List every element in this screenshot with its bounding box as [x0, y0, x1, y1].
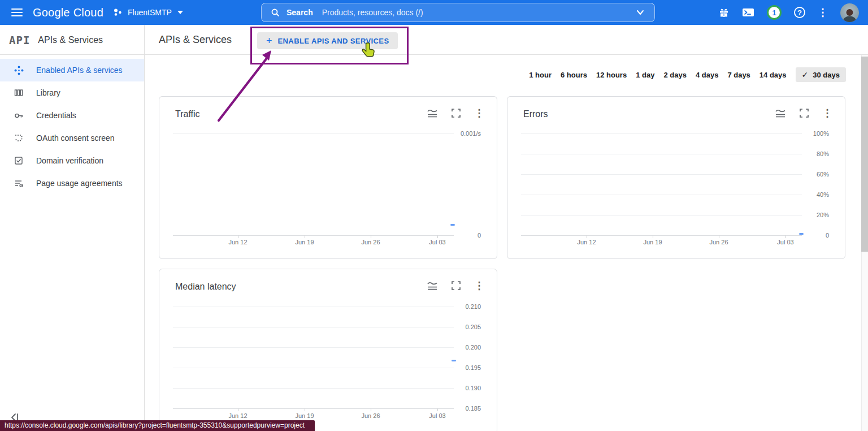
axis-tick [437, 408, 438, 411]
library-icon [14, 88, 24, 97]
x-axis-label: Jul 03 [429, 412, 445, 419]
gridline [173, 368, 454, 368]
sidebar-item-page-usage[interactable]: Page usage agreements [0, 172, 144, 195]
fullscreen-icon[interactable] [452, 281, 461, 290]
x-axis-label: Jun 19 [295, 239, 314, 245]
axis-tick [238, 235, 238, 238]
project-selector[interactable]: FluentSMTP [113, 0, 183, 25]
fullscreen-icon[interactable] [452, 109, 461, 118]
time-option-6hours[interactable]: 6 hours [561, 68, 587, 82]
cloud-shell-icon[interactable] [742, 7, 754, 18]
enable-apis-button[interactable]: + ENABLE APIS AND SERVICES [257, 32, 398, 49]
logo-google-text: Google [33, 6, 70, 19]
gridline [173, 327, 454, 327]
time-option-1hour[interactable]: 1 hour [529, 68, 552, 82]
sidebar-item-label: Credentials [36, 111, 76, 120]
time-option-2days[interactable]: 2 days [663, 68, 686, 82]
scrollbar-thumb[interactable] [861, 57, 868, 252]
more-vert-icon[interactable]: ⋮ [822, 108, 832, 118]
axis-tick [371, 235, 371, 238]
y-axis-label: 0.195 [465, 364, 481, 371]
fullscreen-icon[interactable] [800, 109, 809, 118]
top-app-bar: Google Cloud FluentSMTP Search Products,… [0, 0, 868, 25]
x-axis-label: Jun 26 [361, 239, 380, 245]
sidebar-item-label: Domain verification [36, 156, 103, 165]
y-axis-label: 60% [817, 171, 829, 178]
chart-title: Traffic [175, 109, 200, 119]
gridline [521, 133, 802, 134]
sidebar-item-library[interactable]: Library [0, 81, 144, 104]
search-input[interactable]: Search Products, resources, docs (/) [261, 3, 655, 22]
more-vert-icon[interactable]: ⋮ [474, 108, 484, 118]
check-icon: ✓ [802, 70, 809, 79]
y-axis-label: 0.205 [465, 324, 481, 330]
chart-type-icon[interactable] [427, 109, 438, 118]
y-axis-label: 0.190 [465, 385, 481, 391]
enable-apis-button-label: ENABLE APIS AND SERVICES [278, 37, 389, 45]
gift-icon[interactable] [718, 7, 730, 18]
more-vert-icon[interactable]: ⋮ [818, 7, 828, 18]
sidebar-item-enabled-apis[interactable]: Enabled APIs & services [0, 59, 144, 81]
axis-tick [305, 408, 305, 411]
gridline [173, 388, 454, 389]
google-cloud-console: Google Cloud FluentSMTP Search Products,… [0, 0, 868, 431]
page-title: APIs & Services [159, 25, 232, 55]
google-cloud-logo[interactable]: Google Cloud [33, 0, 103, 25]
product-header: API APIs & Services [0, 25, 145, 55]
menu-icon[interactable] [10, 6, 24, 19]
x-axis-label: Jun 19 [643, 239, 662, 245]
project-name: FluentSMTP [128, 8, 172, 17]
axis-tick [238, 408, 238, 411]
gridline [521, 154, 802, 154]
gridline [173, 307, 454, 307]
chart-type-icon[interactable] [775, 109, 786, 118]
search-placeholder: Products, resources, docs (/) [322, 8, 423, 17]
page-header: API APIs & Services APIs & Services [0, 25, 868, 55]
sidebar-item-label: Library [36, 88, 60, 97]
help-icon[interactable]: ? [794, 7, 805, 18]
gridline [173, 133, 454, 134]
time-range-filter: 1 hour 6 hours 12 hours 1 day 2 days 4 d… [529, 67, 846, 82]
more-vert-icon[interactable]: ⋮ [474, 281, 484, 291]
axis-tick [587, 235, 587, 238]
logo-cloud-text: Cloud [73, 6, 103, 19]
x-axis-line [173, 408, 454, 409]
y-axis-label: 0.185 [465, 405, 481, 412]
plus-icon: + [266, 36, 272, 46]
time-option-12hours[interactable]: 12 hours [596, 68, 627, 82]
sidebar-item-domain-verification[interactable]: Domain verification [0, 149, 144, 172]
product-title: APIs & Services [38, 35, 103, 45]
time-option-30days-selected[interactable]: ✓ 30 days [796, 67, 846, 82]
gridline [521, 195, 802, 195]
x-axis-label: Jun 12 [228, 412, 247, 419]
status-bar-url: https://console.cloud.google.com/apis/li… [0, 420, 315, 431]
y-axis-label: 100% [813, 130, 829, 137]
time-option-4days[interactable]: 4 days [696, 68, 718, 82]
x-axis-label: Jun 26 [709, 239, 728, 245]
time-option-7days[interactable]: 7 days [727, 68, 750, 82]
x-axis-label: Jul 03 [429, 239, 445, 245]
axis-tick [371, 408, 371, 411]
search-chevron-down-icon[interactable] [636, 10, 644, 15]
x-axis-label: Jun 26 [361, 412, 380, 419]
y-axis-label: 20% [817, 212, 829, 218]
sidebar-nav: Enabled APIs & services Library Credenti… [0, 55, 145, 431]
list-gear-icon [14, 179, 24, 188]
sidebar-item-credentials[interactable]: Credentials [0, 104, 144, 127]
traffic-data-point [450, 224, 455, 226]
avatar[interactable] [840, 3, 859, 22]
axis-tick [785, 235, 786, 238]
time-option-14days[interactable]: 14 days [760, 68, 787, 82]
y-axis-label: 0.001/s [461, 130, 481, 137]
y-axis-label: 80% [817, 150, 829, 157]
y-axis-label: 40% [817, 191, 829, 198]
sidebar-item-oauth[interactable]: OAuth consent screen [0, 127, 144, 149]
errors-data-point [799, 233, 804, 235]
x-axis-label: Jun 19 [295, 412, 314, 419]
chart-type-icon[interactable] [427, 281, 438, 291]
axis-tick [653, 235, 653, 238]
x-axis-label: Jun 12 [577, 239, 596, 245]
time-option-1day[interactable]: 1 day [636, 68, 654, 82]
y-axis-label: 0 [826, 232, 829, 239]
notifications-badge[interactable]: 1 [767, 5, 782, 20]
